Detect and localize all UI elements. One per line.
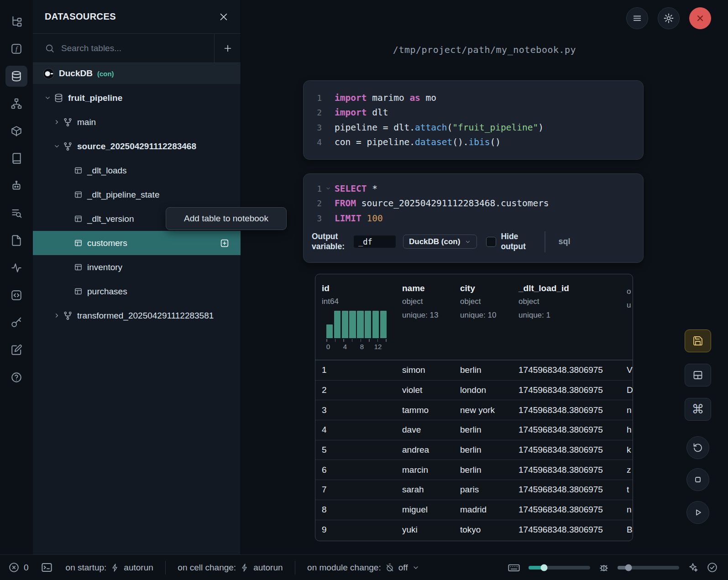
engine-select-dropdown[interactable]: DuckDB (con) — [403, 235, 477, 249]
table-row: 4daveberlin1745968348.3806975h — [315, 420, 633, 440]
search-input[interactable] — [61, 43, 214, 53]
debug-level-slider[interactable] — [618, 566, 679, 570]
column-header-name[interactable]: name object unique: 13 — [402, 283, 460, 353]
tree-item-transformed-schema[interactable]: transformed_202504291112283581 — [33, 303, 241, 328]
column-header-city[interactable]: city object unique: 10 — [460, 283, 519, 353]
tracing-icon[interactable] — [5, 257, 27, 278]
file-tree-icon[interactable] — [5, 11, 27, 32]
keyboard-shortcuts-button[interactable]: ⌘ — [685, 398, 711, 421]
collapse-chevron-icon[interactable] — [322, 186, 335, 191]
engine-row[interactable]: DuckDB (con) — [33, 63, 241, 84]
cell-code-icon[interactable] — [5, 285, 27, 306]
tree-item-label: purchases — [87, 287, 127, 297]
hide-output-checkbox[interactable] — [486, 237, 496, 247]
tree-item-fruit-pipeline[interactable]: fruit_pipeline — [33, 86, 241, 110]
table-header: id int64 0 4 8 12 name object unique: 13 — [315, 274, 633, 360]
tree-item-label: _dlt_version — [87, 214, 134, 224]
on-module-change-value: off — [398, 563, 408, 573]
secrets-icon[interactable] — [5, 312, 27, 333]
column-header-id[interactable]: id int64 0 4 8 12 — [322, 283, 402, 353]
tree-item-label: _dlt_loads — [87, 166, 127, 176]
settings-button[interactable] — [658, 7, 680, 29]
add-table-to-notebook-icon[interactable] — [220, 238, 230, 248]
tree-item-purchases[interactable]: purchases — [33, 279, 241, 303]
documentation-icon[interactable] — [5, 148, 27, 169]
functions-icon[interactable]: f — [5, 38, 27, 59]
tree-item-main[interactable]: main — [33, 110, 241, 134]
packages-icon[interactable] — [5, 120, 27, 141]
annotations-icon[interactable] — [5, 340, 27, 361]
error-count: 0 — [24, 563, 29, 573]
dependencies-icon[interactable] — [5, 93, 27, 114]
error-count-icon[interactable] — [8, 562, 20, 573]
add-datasource-button[interactable] — [214, 34, 241, 63]
divider — [295, 561, 296, 575]
table-row: 3tammonew york1745968348.3806975n — [315, 400, 633, 420]
python-cell[interactable]: 1import marimo as mo 2import dlt 3pipeli… — [303, 80, 644, 160]
table-icon — [74, 263, 83, 272]
on-startup-value: autorun — [124, 563, 153, 573]
check-circle-icon[interactable] — [707, 562, 718, 573]
tree-item-source-schema[interactable]: source_202504291112283468 — [33, 134, 241, 158]
scratchpad-icon[interactable] — [5, 230, 27, 251]
table-row: 5andreaberlin1745968348.3806975k — [315, 440, 633, 460]
on-startup-setting[interactable]: on startup: autorun — [66, 563, 153, 573]
tree-item-dlt-pipeline-state[interactable]: _dlt_pipeline_state — [33, 183, 241, 207]
on-cell-change-value: autorun — [253, 563, 283, 573]
table-row: 7sarahparis1745968348.3806975t — [315, 480, 633, 500]
sql-output-controls: Output variable: DuckDB (con) Hide outpu… — [304, 226, 639, 256]
tree-item-inventory[interactable]: inventory — [33, 255, 241, 279]
table-row: 1simonberlin1745968348.3806975V — [315, 360, 633, 380]
divider — [165, 561, 166, 575]
chevron-down-icon — [42, 94, 53, 101]
tree-item-customers[interactable]: customers — [33, 231, 241, 255]
tree-item-dlt-loads[interactable]: _dlt_loads — [33, 158, 241, 183]
ai-sparkles-icon[interactable] — [687, 562, 698, 573]
table-icon — [74, 239, 83, 247]
engine-connection: (con) — [97, 70, 114, 78]
help-icon[interactable] — [5, 367, 27, 388]
hide-output-label: Hide output — [501, 232, 531, 252]
engine-name: DuckDB — [59, 68, 93, 78]
tree-item-label: main — [77, 117, 96, 127]
tree-item-label: fruit_pipeline — [68, 93, 122, 103]
chevron-down-icon — [465, 239, 471, 245]
database-icon — [54, 93, 63, 103]
keyboard-icon — [508, 561, 520, 574]
keyboard-size-slider[interactable] — [529, 566, 590, 570]
column-header-clipped[interactable]: o u — [627, 283, 633, 353]
notebook-main: /tmp/project/path/my_notebook.py 1import… — [241, 0, 728, 554]
line-number: 4 — [304, 137, 322, 147]
stop-button[interactable] — [686, 468, 709, 491]
layout-button[interactable] — [685, 364, 711, 387]
menu-button[interactable] — [626, 7, 648, 29]
table-icon — [74, 287, 83, 296]
on-cell-change-setting[interactable]: on cell change: autorun — [178, 563, 283, 573]
output-variable-input[interactable] — [354, 235, 396, 248]
snippets-icon[interactable] — [5, 175, 27, 196]
logs-icon[interactable] — [5, 203, 27, 224]
tooltip-text: Add table to notebook — [184, 214, 268, 224]
bug-icon[interactable] — [598, 562, 609, 573]
chevron-down-icon — [51, 143, 62, 150]
datasources-icon[interactable] — [5, 66, 27, 87]
lightning-icon — [240, 563, 249, 572]
tree-item-label: transformed_202504291112283581 — [77, 311, 214, 321]
run-button[interactable] — [686, 501, 709, 524]
chevron-right-icon — [51, 312, 62, 319]
table-row: 6marcinberlin1745968348.3806975z — [315, 460, 633, 480]
table-row: 9yukitokyo1745968348.3806975B — [315, 520, 633, 540]
tooltip-add-table: Add table to notebook — [166, 207, 287, 230]
sql-cell[interactable]: 1SELECT * 2FROM source_20250429111228346… — [303, 173, 644, 263]
column-header-dlt-load-id[interactable]: _dlt_load_id object unique: 1 — [519, 283, 627, 353]
undo-button[interactable] — [686, 436, 709, 459]
search-row — [33, 34, 241, 63]
terminal-icon[interactable] — [41, 561, 53, 574]
close-button[interactable] — [689, 7, 711, 29]
on-module-change-setting[interactable]: on module change: off — [307, 563, 419, 573]
floating-actions: ⌘ — [685, 329, 711, 524]
tree-item-label: _dlt_pipeline_state — [87, 190, 159, 200]
close-panel-icon[interactable] — [219, 12, 229, 22]
result-table[interactable]: id int64 0 4 8 12 name object unique: 13 — [315, 274, 633, 541]
save-button[interactable] — [685, 329, 711, 352]
